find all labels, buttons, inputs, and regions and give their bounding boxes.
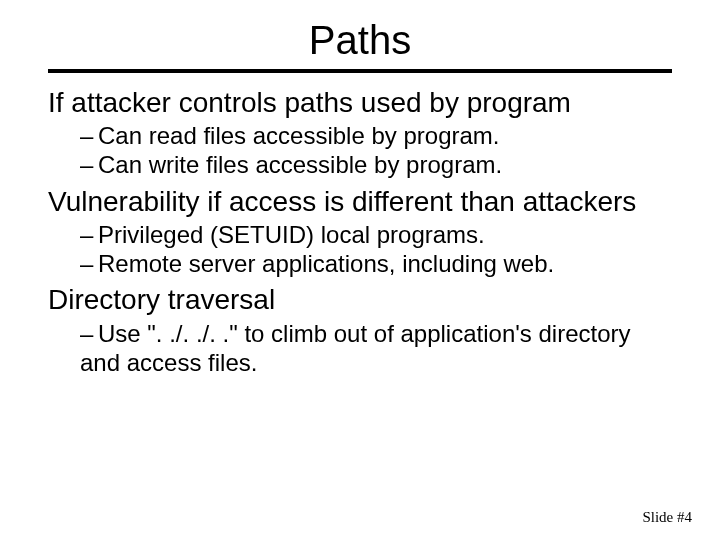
bullet-text: Can write files accessible by program. [98,151,502,178]
slide: Paths If attacker controls paths used by… [0,0,720,540]
dash-icon: – [80,150,98,179]
bullet-item: –Use ". ./. ./. ." to climb out of appli… [80,319,672,378]
dash-icon: – [80,249,98,278]
bullet-text: Can read files accessible by program. [98,122,500,149]
bullet-text: Use ". ./. ./. ." to climb out of applic… [80,320,631,376]
slide-number: Slide #4 [642,509,692,526]
bullet-text: Remote server applications, including we… [98,250,554,277]
title-divider [48,69,672,73]
dash-icon: – [80,121,98,150]
bullet-item: –Can write files accessible by program. [80,150,672,179]
bullet-text: Privileged (SETUID) local programs. [98,221,485,248]
dash-icon: – [80,220,98,249]
section-heading-3: Directory traversal [48,284,672,316]
bullet-item: –Remote server applications, including w… [80,249,672,278]
section-heading-2: Vulnerability if access is different tha… [48,186,672,218]
bullet-item: –Privileged (SETUID) local programs. [80,220,672,249]
bullet-item: –Can read files accessible by program. [80,121,672,150]
section-heading-1: If attacker controls paths used by progr… [48,87,672,119]
slide-title: Paths [48,18,672,63]
dash-icon: – [80,319,98,348]
